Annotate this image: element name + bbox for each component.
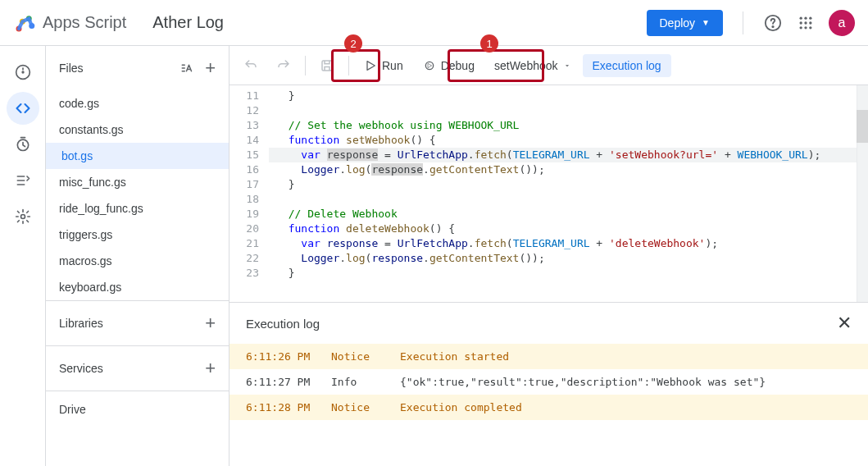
help-icon[interactable] [763,13,783,33]
line-gutter: 11121314151617181920212223 [229,85,269,302]
file-item[interactable]: keyboard.gs [46,274,229,300]
nav-rail [0,46,46,466]
drive-link[interactable]: Drive [46,391,229,427]
annotation-badge-1: 1 [480,34,498,53]
run-button[interactable]: Run [356,54,411,77]
deploy-label: Deploy [660,16,696,30]
run-label: Run [382,59,403,72]
services-label: Services [59,362,103,375]
deploy-button[interactable]: Deploy ▼ [647,10,724,36]
undo-icon[interactable] [236,51,266,80]
project-name[interactable]: Ather Log [152,13,224,32]
svg-point-20 [425,62,433,69]
close-icon[interactable]: ✕ [837,313,852,334]
rail-executions-icon[interactable] [7,164,39,197]
caret-down-icon: ▼ [702,18,710,27]
app-header: Apps Script Ather Log Deploy ▼ a [0,0,868,46]
logo[interactable]: Apps Script [13,11,126,34]
log-row: 6:11:26 PMNoticeExecution started [229,344,868,369]
apps-script-logo-icon [13,11,36,34]
services-section-header: Services + [46,346,229,391]
svg-point-14 [809,26,811,29]
sort-icon[interactable] [180,61,195,75]
libraries-label: Libraries [59,317,103,330]
redo-icon[interactable] [269,51,298,80]
rail-settings-icon[interactable] [7,200,39,233]
log-rows: 6:11:26 PMNoticeExecution started6:11:27… [229,344,868,420]
add-service-icon[interactable]: + [205,358,216,379]
file-item[interactable]: bot.gs [46,143,229,169]
rail-editor-icon[interactable] [7,92,39,125]
svg-point-16 [22,71,24,73]
file-item[interactable]: macros.gs [46,248,229,274]
svg-point-12 [800,26,802,29]
execution-log-button[interactable]: Execution log [583,54,671,77]
file-item[interactable]: code.gs [46,90,229,116]
log-row: 6:11:27 PMInfo{"ok":true,"result":true,"… [229,369,868,395]
svg-point-8 [809,16,811,19]
add-library-icon[interactable]: + [205,313,216,334]
avatar[interactable]: a [829,10,855,36]
svg-point-5 [772,25,773,26]
sidebar: Files + code.gsconstants.gsbot.gsmisc_fu… [46,46,229,466]
divider [743,11,743,34]
svg-point-7 [804,16,807,19]
libraries-section-header: Libraries + [46,301,229,345]
svg-point-9 [800,21,802,24]
annotation-badge-2: 2 [344,34,362,53]
debug-button[interactable]: Debug [415,54,483,77]
file-item[interactable]: constants.gs [46,116,229,143]
file-list: code.gsconstants.gsbot.gsmisc_func.gsrid… [46,90,229,300]
editor-toolbar: Run Debug setWebhook Execution log 2 1 [229,46,868,85]
svg-rect-19 [322,61,332,71]
code-editor[interactable]: 11121314151617181920212223 } // Set the … [229,85,868,302]
apps-grid-icon[interactable] [796,13,816,33]
files-section-header: Files + [46,46,229,90]
save-icon[interactable] [312,51,342,80]
rail-overview-icon[interactable] [7,56,39,89]
file-item[interactable]: ride_log_func.gs [46,195,229,222]
svg-point-11 [809,21,811,24]
files-label: Files [59,62,84,75]
debug-label: Debug [441,59,475,72]
execution-log-panel: Execution log ✕ 6:11:26 PMNoticeExecutio… [229,302,868,466]
add-file-icon[interactable]: + [205,57,216,79]
app-name: Apps Script [43,13,126,32]
svg-point-13 [804,26,807,29]
file-item[interactable]: triggers.gs [46,222,229,248]
caret-down-icon [563,62,571,70]
log-title: Execution log [246,317,320,331]
function-select[interactable]: setWebhook [486,54,579,77]
minimap[interactable] [857,85,868,302]
svg-point-6 [800,16,802,19]
rail-triggers-icon[interactable] [7,128,39,161]
function-selected: setWebhook [494,59,558,72]
file-item[interactable]: misc_func.gs [46,169,229,195]
svg-point-18 [20,215,25,219]
main-panel: Run Debug setWebhook Execution log 2 1 1… [229,46,868,466]
svg-point-10 [804,21,807,24]
log-row: 6:11:28 PMNoticeExecution completed [229,395,868,420]
code-content[interactable]: } // Set the webhook using WEBHOOK_URL f… [269,85,868,302]
